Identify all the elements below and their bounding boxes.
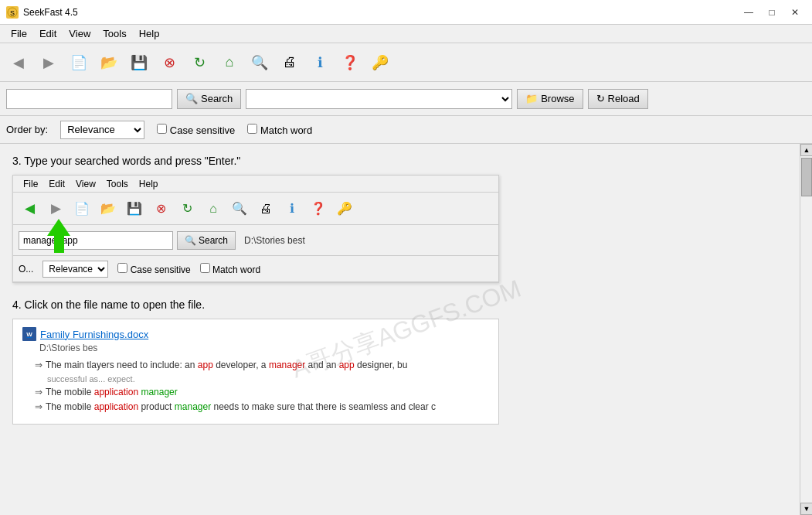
inner-case-sensitive-label: Case sensitive [131,264,191,275]
home-button[interactable]: ⌂ [216,49,243,77]
inner-info-button[interactable]: ℹ [280,196,304,221]
reload-button[interactable]: ↻ Reload [588,89,648,109]
folder-combo[interactable] [246,89,512,109]
inner-match-word-container: Match word [200,263,260,275]
open-button[interactable]: 📂 [95,49,123,77]
back-button[interactable]: ◀ [5,49,32,77]
inner-menu-tools[interactable]: Tools [101,178,134,190]
inner-order-by-select[interactable]: Relevance [42,261,108,278]
inner-match-word-label: Match word [212,264,260,275]
scrollbar-thumb[interactable] [801,158,812,196]
close-button[interactable]: ✕ [784,5,806,20]
arrow-body [54,236,64,253]
inner-open-button[interactable]: 📂 [96,196,121,221]
order-by-label: Order by: [6,124,48,135]
inner-search-btn-label: Search [199,235,228,246]
refresh-button[interactable]: ↻ [185,49,213,77]
highlight-manager-2: manager [141,387,177,397]
search-btn-label: Search [201,93,233,104]
inner-menu-help[interactable]: Help [134,178,164,190]
help-button[interactable]: ❓ [336,49,364,77]
maximize-button[interactable]: □ [761,5,783,20]
result-file-path: D:\Stories bes [22,343,489,353]
step3-label: 3. Type your searched words and press "E… [12,155,800,167]
menu-file[interactable]: File [5,26,33,41]
inner-search-icon: 🔍 [232,201,247,216]
match-word-checkbox[interactable] [247,124,257,134]
key-button[interactable]: 🔑 [366,49,394,77]
forward-button[interactable]: ▶ [35,49,63,77]
order-by-select[interactable]: Relevance File name File size Modified d… [60,121,144,139]
inner-stop-button[interactable]: ⊗ [148,196,173,221]
inner-toolbar: ◀ ▶ 📄 📂 💾 ⊗ ↻ ⌂ 🔍 🖨 ℹ ❓ 🔑 [13,193,498,225]
green-arrow [47,219,70,253]
inner-save-icon: 💾 [127,201,142,216]
result-file-name: Family Furnishings.docx [40,329,148,340]
inner-menu-edit[interactable]: Edit [43,178,70,190]
window-controls: — □ ✕ [738,5,806,20]
minimize-button[interactable]: — [738,5,759,20]
snippet-text-2: The mobile application manager [46,387,178,397]
highlight-manager-3: manager [175,401,211,412]
case-sensitive-checkbox[interactable] [157,124,167,134]
inner-home-button[interactable]: ⌂ [201,196,226,221]
result-file-link[interactable]: W Family Furnishings.docx [22,327,489,341]
refresh-icon: ↻ [194,54,206,71]
inner-key-button[interactable]: 🔑 [332,196,357,221]
menu-tools[interactable]: Tools [97,26,132,41]
menu-edit[interactable]: Edit [33,26,63,41]
new-button[interactable]: 📄 [65,49,93,77]
inner-stop-icon: ⊗ [156,201,166,216]
inner-forward-button[interactable]: ▶ [43,196,68,221]
snippet-ellipsis: layers need to include: an [90,360,198,370]
browse-icon: 📁 [525,93,538,104]
browse-button[interactable]: 📁 Browse [517,89,583,109]
info-button[interactable]: ℹ [306,49,334,77]
title-bar: S SeekFast 4.5 — □ ✕ [0,0,812,25]
match-word-label: Match word [260,124,312,136]
scrollbar-up-button[interactable]: ▲ [800,144,812,156]
print-button[interactable]: 🖨 [276,49,304,77]
menu-view[interactable]: View [63,26,97,41]
inner-back-icon: ◀ [25,200,35,217]
inner-refresh-button[interactable]: ↻ [175,196,199,221]
case-sensitive-label: Case sensitive [170,124,236,136]
home-icon: ⌂ [226,54,234,70]
search-input[interactable] [6,89,172,109]
inner-menu-view[interactable]: View [70,178,101,190]
inner-options-bar: O... Relevance Case sensitive Match word [13,256,498,282]
menu-help[interactable]: Help [133,26,166,41]
inner-save-button[interactable]: 💾 [122,196,147,221]
stop-button[interactable]: ⊗ [155,49,183,77]
save-button[interactable]: 💾 [125,49,153,77]
inner-print-button[interactable]: 🖨 [253,196,278,221]
search-bar: 🔍 Search 📁 Browse ↻ Reload [0,82,812,116]
inner-refresh-icon: ↻ [182,201,192,216]
key-icon: 🔑 [372,54,389,71]
inner-info-icon: ℹ [290,201,294,216]
toolbar: ◀ ▶ 📄 📂 💾 ⊗ ↻ ⌂ 🔍 🖨 ℹ ❓ 🔑 [0,43,812,82]
search-button[interactable]: 🔍 Search [177,89,241,109]
help-icon: ❓ [341,54,358,71]
inner-order-by-label: O... [19,264,33,275]
inner-case-sensitive-checkbox[interactable] [117,263,127,273]
results-box: W Family Furnishings.docx D:\Stories bes… [12,319,499,425]
inner-search-input[interactable] [19,231,173,250]
back-icon: ◀ [13,54,24,71]
search-toolbar-button[interactable]: 🔍 [246,49,273,77]
print-icon: 🖨 [283,54,297,70]
inner-new-icon: 📄 [74,201,90,216]
inner-search-button[interactable]: 🔍 Search [177,231,236,250]
inner-menu-file[interactable]: File [18,178,43,190]
inner-search-toolbar-button[interactable]: 🔍 [227,196,252,221]
main-content: 3. Type your searched words and press "E… [0,144,812,515]
inner-new-button[interactable]: 📄 [70,196,94,221]
scrollbar-down-button[interactable]: ▼ [800,503,812,515]
inner-back-button[interactable]: ◀ [17,196,42,221]
inner-help-button[interactable]: ❓ [306,196,331,221]
arrow-head [47,219,70,236]
inner-search-bar: 🔍 Search D:\Stories best [13,225,498,256]
inner-open-icon: 📂 [100,201,116,216]
app-title: SeekFast 4.5 [23,7,78,18]
inner-match-word-checkbox[interactable] [200,263,210,273]
